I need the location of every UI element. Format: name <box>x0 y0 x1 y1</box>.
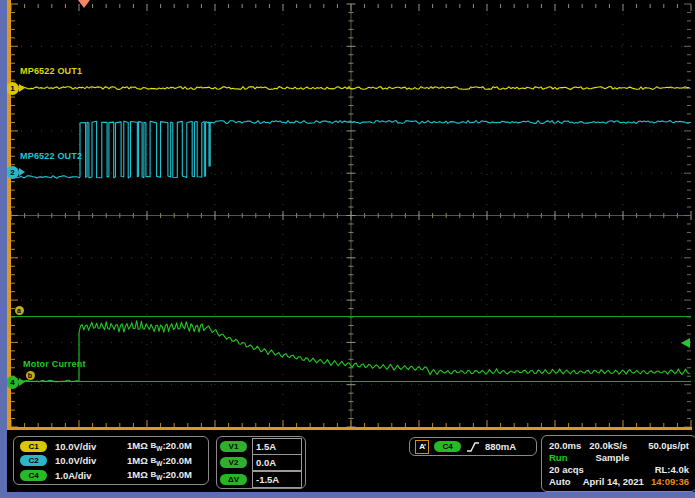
delta-v-badge: ΔV <box>220 474 247 485</box>
channel-2-arrow-icon <box>19 168 25 176</box>
c2-scale: 10.0V/div <box>55 455 117 466</box>
cursor-readout-panel[interactable]: V1 1.5A V2 0.0A ΔV -1.5A <box>216 436 306 489</box>
cursor-a-marker[interactable]: a <box>15 306 24 315</box>
clock-time: 14:09:36 <box>651 476 689 487</box>
record-length: RL:4.0k <box>655 464 689 475</box>
acq-state-row: Run Sample <box>549 451 689 463</box>
trace-label-ch1: MP6522 OUT1 <box>20 66 82 76</box>
channel-settings-panel[interactable]: C1 10.0V/div 1MΩ BW:20.0M C2 10.0V/div 1… <box>13 436 209 485</box>
v2-badge: V2 <box>220 457 247 468</box>
timebase-row: 20.0ms 20.0kS/s 50.0µs/pt <box>549 439 689 451</box>
date: April 14, 2021 <box>583 476 644 487</box>
run-status: Run <box>549 452 567 463</box>
trigger-source-badge: C4 <box>434 441 461 452</box>
channel-row-c2: C2 10.0V/div 1MΩ BW:20.0M <box>20 454 202 468</box>
channel-2-badge: 2 <box>6 166 19 179</box>
status-bar: C1 10.0V/div 1MΩ BW:20.0M C2 10.0V/div 1… <box>7 430 695 492</box>
oscilloscope-screen: MP6522 OUT1 MP6522 OUT2 Motor Current 1 … <box>0 0 695 498</box>
trigger-level-arrow-icon[interactable] <box>681 338 690 348</box>
trigger-a-event-badge: A' <box>415 440 429 454</box>
channel-1-arrow-icon <box>19 84 25 92</box>
acq-count-row: 20 acqs RL:4.0k <box>549 464 689 476</box>
horizontal-scale: 20.0ms <box>549 440 581 451</box>
c4-scale: 1.0A/div <box>55 470 117 481</box>
v1-badge: V1 <box>220 441 247 452</box>
channel-4-arrow-icon <box>19 378 25 386</box>
channel-row-c1: C1 10.0V/div 1MΩ BW:20.0M <box>20 439 202 453</box>
horizontal-acquisition-panel[interactable]: 20.0ms 20.0kS/s 50.0µs/pt Run Sample 20 … <box>541 435 695 492</box>
date-time-row: Auto April 14, 2021 14:09:36 <box>549 476 689 488</box>
acq-mode: Sample <box>595 452 629 463</box>
c4-impedance-bandwidth: 1MΩ BW:20.0M <box>127 469 202 481</box>
acq-count: 20 acqs <box>549 464 584 475</box>
c2-badge: C2 <box>20 455 47 466</box>
waveform-plot <box>0 0 695 430</box>
trace-label-ch2: MP6522 OUT2 <box>20 151 82 161</box>
c1-scale: 10.0V/div <box>55 441 117 452</box>
v1-value: 1.5A <box>256 441 276 452</box>
trigger-readout-panel[interactable]: A' C4 880mA <box>409 437 537 456</box>
resolution: 50.0µs/pt <box>648 440 689 451</box>
graticule-left-border <box>7 0 11 430</box>
trigger-level-value: 880mA <box>485 441 516 452</box>
channel-4-badge: 4 <box>6 376 19 389</box>
v2-value: 0.0A <box>256 457 276 468</box>
cursor-row-v2: V2 0.0A <box>220 455 302 471</box>
left-bezel <box>0 0 7 498</box>
waveform-display: MP6522 OUT1 MP6522 OUT2 Motor Current 1 … <box>0 0 695 430</box>
bottom-bezel <box>0 492 695 498</box>
trace-label-ch4: Motor Current <box>23 359 86 369</box>
trigger-position-marker-icon[interactable] <box>78 0 90 8</box>
delta-v-value: -1.5A <box>256 474 279 485</box>
channel-1-badge: 1 <box>6 82 19 95</box>
cursor-b-marker[interactable]: b <box>26 371 35 380</box>
cursor-row-v1: V1 1.5A <box>220 438 302 454</box>
channel-row-c4: C4 1.0A/div 1MΩ BW:20.0M <box>20 468 202 482</box>
c2-impedance-bandwidth: 1MΩ BW:20.0M <box>127 455 202 467</box>
rising-edge-icon <box>466 441 480 453</box>
sample-rate: 20.0kS/s <box>589 440 627 451</box>
c1-impedance-bandwidth: 1MΩ BW:20.0M <box>127 440 202 452</box>
trigger-mode: Auto <box>549 476 571 487</box>
c4-badge: C4 <box>20 470 47 481</box>
c1-badge: C1 <box>20 441 47 452</box>
cursor-row-dv: ΔV -1.5A <box>220 471 302 487</box>
